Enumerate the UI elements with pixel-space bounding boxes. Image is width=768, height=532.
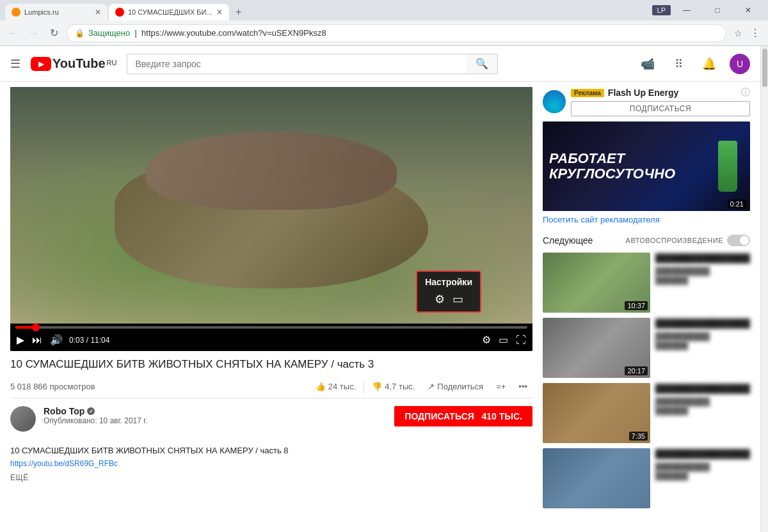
tabs-area: Lumpics.ru ✕ 10 СУМАСШЕДШИХ БИ... ✕ + — [5, 0, 652, 20]
toggle-knob — [740, 236, 749, 245]
search-button[interactable]: 🔍 — [466, 54, 498, 74]
ad-subscribe-button[interactable]: ПОДПИСАТЬСЯ — [571, 101, 750, 116]
user-badge[interactable]: LP — [652, 5, 671, 15]
ad-thumbnail[interactable]: РАБОТАЕТ КРУГЛОСУТОЧНО 0:21 — [543, 121, 750, 211]
notifications-button[interactable]: 🔔 — [699, 54, 719, 74]
show-more-button[interactable]: ЕЩЁ — [10, 472, 532, 483]
header-right: 📹 ⠿ 🔔 U — [637, 54, 750, 74]
maximize-button[interactable]: □ — [703, 0, 732, 20]
fullscreen-button[interactable]: ⛶ — [515, 333, 527, 347]
video-player: Настройки ⚙ ▭ — [10, 87, 532, 351]
next-button[interactable]: ⏭ — [31, 333, 44, 347]
back-button[interactable]: ← — [5, 26, 20, 41]
related-thumb-2: 20:17 — [543, 318, 650, 378]
tab-close-yt[interactable]: ✕ — [216, 8, 223, 17]
ad-badge: Реклама — [571, 89, 604, 97]
progress-bar[interactable] — [15, 326, 527, 329]
related-card-3[interactable]: 7:35 ██████████████████████ ██████████ █… — [543, 383, 750, 443]
miniplayer-icon[interactable]: ▭ — [452, 292, 463, 306]
play-button[interactable]: ▶ — [15, 332, 26, 347]
hamburger-menu[interactable]: ☰ — [10, 57, 20, 71]
browser-frame: Lumpics.ru ✕ 10 СУМАСШЕДШИХ БИ... ✕ + LP… — [0, 0, 768, 532]
tab-close-lumpics[interactable]: ✕ — [95, 8, 101, 17]
next-header: Следующее АВТОВОСПРОИЗВЕДЕНИЕ — [543, 235, 750, 246]
related-card-1[interactable]: 10:37 ██████████████████████ ██████████ … — [543, 253, 750, 313]
tab-youtube[interactable]: 10 СУМАСШЕДШИХ БИ... ✕ — [109, 4, 229, 20]
address-bar: ← → ↻ 🔒 Защищено | https://www.youtube.c… — [0, 20, 768, 46]
subscribe-button[interactable]: ПОДПИСАТЬСЯ 410 ТЫС. — [394, 406, 532, 426]
related-views-2: ██████ — [655, 341, 750, 350]
channel-details: Robo Top ✓ Опубликовано: 10 авг. 2017 г. — [44, 406, 387, 425]
view-count: 5 018 866 просмотров — [10, 382, 95, 391]
search-input[interactable] — [127, 54, 466, 74]
autoplay-toggle[interactable] — [727, 235, 750, 246]
settings-icons-row: ⚙ ▭ — [435, 292, 463, 306]
related-views-1: ██████ — [655, 276, 750, 285]
more-button[interactable]: ••• — [513, 379, 532, 394]
gear-icon[interactable]: ⚙ — [435, 292, 445, 306]
next-section: Следующее АВТОВОСПРОИЗВЕДЕНИЕ — [543, 235, 750, 508]
video-camera-button[interactable]: 📹 — [637, 54, 658, 74]
ad-visit-link[interactable]: Посетить сайт рекламодателя — [543, 215, 750, 224]
ad-thumb-content: РАБОТАЕТ КРУГЛОСУТОЧНО — [543, 121, 750, 211]
new-tab-button[interactable]: + — [230, 4, 247, 20]
related-thumb-4 — [543, 448, 650, 508]
user-avatar[interactable]: U — [730, 54, 750, 74]
like-count: 24 тыс. — [328, 382, 356, 391]
add-to-button[interactable]: =+ — [491, 379, 511, 394]
like-button[interactable]: 👍 24 тыс. — [310, 379, 361, 394]
related-duration-3: 7:35 — [629, 432, 648, 441]
desc-link[interactable]: https://youtu.be/dSR69G_RFBc — [10, 459, 118, 468]
channel-name-text[interactable]: Robo Top — [44, 406, 84, 416]
reload-button[interactable]: ↻ — [46, 26, 61, 41]
controls-right: ⚙ ▭ ⛶ — [481, 332, 527, 347]
video-animal — [115, 158, 428, 288]
dislike-button[interactable]: 👎 4,7 тыс. — [367, 379, 420, 394]
related-channel-4: ██████████ — [655, 462, 750, 471]
apps-button[interactable]: ⠿ — [668, 54, 689, 74]
tab-lumpics[interactable]: Lumpics.ru ✕ — [5, 4, 108, 20]
channel-avatar[interactable] — [10, 406, 36, 432]
miniplayer-button[interactable]: ▭ — [497, 332, 509, 347]
time-current: 0:03 — [69, 336, 84, 345]
ad-card: Реклама Flash Up Energy ⓘ ПОДПИСАТЬСЯ — [543, 87, 750, 224]
share-button[interactable]: ↗ Поделиться — [422, 379, 488, 394]
volume-button[interactable]: 🔊 — [49, 332, 64, 347]
channel-info: Robo Top ✓ Опубликовано: 10 авг. 2017 г.… — [10, 398, 532, 439]
settings-button[interactable]: ⚙ — [481, 332, 492, 347]
sidebar: Реклама Flash Up Energy ⓘ ПОДПИСАТЬСЯ — [543, 82, 760, 519]
likes-separator — [364, 380, 364, 393]
bookmark-button[interactable]: ☆ — [734, 28, 742, 38]
more-icon: ••• — [518, 382, 527, 391]
settings-menu-button[interactable]: ⋮ — [748, 26, 763, 41]
time-total: 11:04 — [90, 336, 109, 345]
url-text: Защищено | https://www.youtube.com/watch… — [88, 28, 718, 38]
next-title: Следующее — [543, 235, 593, 246]
related-info-3: ██████████████████████ ██████████ ██████ — [655, 383, 750, 443]
share-icon: ↗ — [428, 382, 435, 391]
scrollbar-thumb[interactable] — [762, 49, 767, 87]
close-button[interactable]: ✕ — [733, 0, 763, 20]
scrollbar[interactable] — [760, 46, 768, 532]
url-bar[interactable]: 🔒 Защищено | https://www.youtube.com/wat… — [67, 24, 726, 42]
youtube-logo[interactable]: YouTube RU — [31, 56, 116, 71]
ad-header: Реклама Flash Up Energy ⓘ ПОДПИСАТЬСЯ — [543, 87, 750, 116]
main-content: ☰ YouTube RU 🔍 📹 ⠿ 🔔 U — [0, 46, 760, 532]
related-title-4: ██████████████████████ — [655, 448, 750, 460]
related-card-2[interactable]: 20:17 ██████████████████████ ██████████ … — [543, 318, 750, 378]
share-label: Поделиться — [437, 382, 483, 391]
ad-duration: 0:21 — [728, 199, 746, 208]
ad-info: Реклама Flash Up Energy ⓘ ПОДПИСАТЬСЯ — [571, 87, 750, 116]
lock-icon: 🔒 — [75, 29, 84, 38]
youtube-logo-text: YouTube — [52, 56, 106, 71]
related-title-1: ██████████████████████ — [655, 253, 750, 264]
youtube-header: ☰ YouTube RU 🔍 📹 ⠿ 🔔 U — [0, 46, 760, 82]
minimize-button[interactable]: — — [672, 0, 701, 20]
ad-info-icon[interactable]: ⓘ — [741, 87, 750, 98]
forward-button[interactable]: → — [26, 26, 41, 41]
controls-row: ▶ ⏭ 🔊 0:03 / 11:04 ⚙ — [15, 332, 527, 347]
related-info-2: ██████████████████████ ██████████ ██████ — [655, 318, 750, 378]
subscribe-count: 410 ТЫС. — [481, 411, 522, 421]
description: 10 СУМАСШЕДШИХ БИТВ ЖИВОТНЫХ СНЯТЫХ НА К… — [10, 444, 532, 483]
related-card-4[interactable]: ██████████████████████ ██████████ ██████ — [543, 448, 750, 508]
